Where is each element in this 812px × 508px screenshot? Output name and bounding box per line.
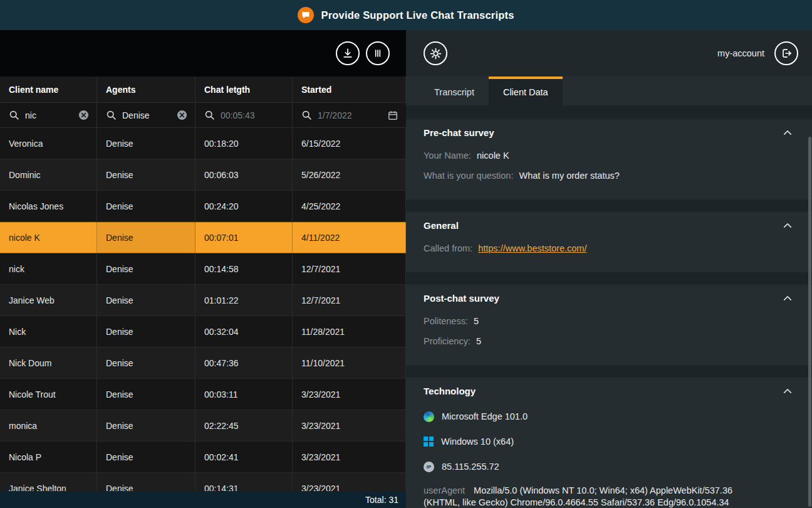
clear-client-filter-button[interactable]	[78, 110, 89, 120]
browser-value: Microsoft Edge 101.0	[442, 411, 528, 421]
collapse-technology-button[interactable]	[781, 387, 794, 395]
agent-filter-value: Denise	[122, 110, 171, 120]
ip-address-icon: IP	[424, 462, 434, 472]
cell-started: 4/11/2022	[293, 222, 406, 253]
cell-client: monica	[0, 410, 97, 442]
started-filter-placeholder: 1/7/2022	[318, 110, 382, 120]
cell-length: 00:06:03	[195, 159, 293, 191]
client-name-filter-input[interactable]: nic	[0, 103, 97, 127]
download-button[interactable]	[336, 41, 360, 65]
cell-length: 01:01:22	[195, 285, 293, 316]
cell-length: 00:47:36	[195, 347, 293, 379]
column-header-started[interactable]: Started	[293, 77, 406, 102]
column-header-agents[interactable]: Agents	[97, 77, 195, 102]
details-tabs: Transcript Client Data	[406, 77, 812, 105]
section-general: General Called from: https://www.beststo…	[406, 212, 812, 272]
logout-button[interactable]	[774, 41, 798, 65]
cell-client: Nicola P	[0, 442, 97, 473]
ip-value: 85.115.255.72	[442, 462, 499, 472]
cell-started: 11/28/2021	[293, 316, 406, 347]
field-label: Proficiency:	[424, 336, 471, 346]
cell-client: nick	[0, 253, 97, 285]
scrollbar[interactable]	[808, 109, 811, 504]
table-row[interactable]: Nick Denise 00:32:04 11/28/2021	[0, 316, 406, 347]
cell-started: 12/7/2021	[293, 285, 406, 316]
section-title: Pre-chat survey	[424, 127, 494, 138]
cell-length: 00:24:20	[195, 191, 293, 222]
client-name-filter-value: nic	[25, 110, 73, 120]
section-title: General	[424, 220, 459, 231]
cell-length: 00:18:20	[195, 128, 293, 159]
calendar-button[interactable]	[387, 110, 398, 121]
table-row[interactable]: Nicola P Denise 00:02:41 3/23/2021	[0, 442, 406, 473]
collapse-general-button[interactable]	[781, 221, 794, 230]
cell-length: 02:22:45	[195, 410, 293, 442]
tab-transcript[interactable]: Transcript	[420, 77, 489, 105]
column-header-client-name[interactable]: Client name	[0, 77, 97, 102]
field-label: Your Name:	[424, 151, 471, 161]
chat-length-filter-placeholder: 00:05:43	[221, 110, 284, 120]
cell-agent: Denise	[97, 159, 195, 191]
cell-agent: Denise	[97, 410, 195, 442]
columns-icon	[372, 47, 384, 60]
column-header-chat-length[interactable]: Chat letgth	[195, 77, 293, 102]
cell-started: 3/23/2021	[293, 442, 406, 473]
field-label: Called from:	[424, 243, 472, 253]
cell-length: 00:07:01	[195, 222, 293, 253]
user-agent-label: userAgent	[424, 485, 465, 495]
table-row[interactable]: Nicole Trout Denise 00:03:11 3/23/2021	[0, 379, 406, 410]
cell-client: Janice Web	[0, 285, 97, 316]
section-technology: Technology Microsoft Edge 101.0 Windows …	[406, 378, 812, 508]
table-row[interactable]: Nick Doum Denise 00:47:36 11/10/2021	[0, 347, 406, 379]
cell-started: 11/10/2021	[293, 347, 406, 379]
tab-client-data[interactable]: Client Data	[489, 77, 563, 105]
app-title: Provide Support Live Chat Transcripts	[321, 9, 514, 21]
user-agent-row: userAgentMozilla/5.0 (Windows NT 10.0; W…	[424, 485, 756, 508]
cell-client: Nick Doum	[0, 347, 97, 379]
cell-client: Veronica	[0, 128, 97, 159]
cell-started: 3/23/2021	[293, 379, 406, 410]
columns-button[interactable]	[366, 41, 390, 65]
table-row[interactable]: monica Denise 02:22:45 3/23/2021	[0, 410, 406, 442]
search-icon	[9, 110, 19, 120]
collapse-post-chat-button[interactable]	[781, 294, 794, 302]
table-row[interactable]: nick Denise 00:14:58 12/7/2021	[0, 253, 406, 285]
table-row[interactable]: Veronica Denise 00:18:20 6/15/2022	[0, 128, 406, 159]
cell-agent: Denise	[97, 347, 195, 379]
collapse-pre-chat-button[interactable]	[781, 129, 794, 137]
cell-agent: Denise	[97, 285, 195, 316]
account-name[interactable]: my-account	[717, 48, 764, 58]
agent-filter-input[interactable]: Denise	[97, 103, 195, 127]
cell-client: Nicolas Jones	[0, 191, 97, 222]
table-row[interactable]: Janice Web Denise 01:01:22 12/7/2021	[0, 285, 406, 316]
cell-client: Dominic	[0, 159, 97, 191]
chat-length-filter-input[interactable]: 00:05:43	[195, 103, 293, 127]
field-value: nicole K	[477, 151, 509, 161]
chevron-up-icon	[783, 223, 792, 228]
table-row-selected[interactable]: nicole K Denise 00:07:01 4/11/2022	[0, 222, 406, 253]
cell-agent: Denise	[97, 442, 195, 473]
started-filter-input[interactable]: 1/7/2022	[293, 103, 406, 127]
chevron-up-icon	[783, 130, 792, 135]
section-title: Technology	[424, 386, 476, 396]
clear-agent-filter-button[interactable]	[177, 110, 187, 120]
total-count: Total: 31	[365, 495, 398, 505]
cell-started: 6/15/2022	[293, 128, 406, 159]
download-icon	[341, 47, 354, 60]
table-row[interactable]: Nicolas Jones Denise 00:24:20 4/25/2022	[0, 191, 406, 222]
field-label: What is your question:	[424, 171, 513, 181]
cell-agent: Denise	[97, 316, 195, 347]
scrollbar-thumb[interactable]	[808, 137, 811, 507]
cell-length: 00:03:11	[195, 379, 293, 410]
transcripts-panel: Client name Agents Chat letgth Started n…	[0, 30, 406, 508]
settings-button[interactable]	[424, 41, 447, 65]
transcripts-toolbar	[0, 30, 406, 77]
client-data-content: Pre-chat survey Your Name: nicole K What…	[406, 105, 812, 508]
table-filter-row: nic Denise 00:05:43 1/7/2022	[0, 103, 406, 128]
os-value: Windows 10 (x64)	[441, 437, 514, 447]
table-row[interactable]: Dominic Denise 00:06:03 5/26/2022	[0, 159, 406, 191]
cell-length: 00:14:58	[195, 253, 293, 285]
cell-client: Nick	[0, 316, 97, 347]
logout-icon	[780, 47, 793, 60]
called-from-link[interactable]: https://www.beststore.com/	[478, 243, 586, 253]
